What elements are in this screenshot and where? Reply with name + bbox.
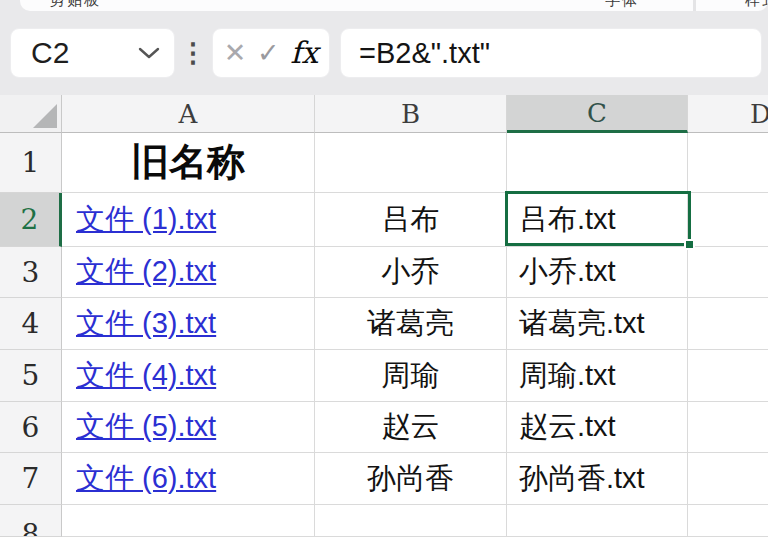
row-header-6[interactable]: 6 — [0, 402, 62, 453]
cell-a2-hyperlink[interactable]: 文件 (1).txt — [62, 193, 315, 247]
cell-c3[interactable]: 小乔.txt — [507, 247, 688, 298]
formula-bar[interactable]: =B2&".txt" — [340, 28, 762, 78]
select-all-corner[interactable] — [0, 95, 62, 133]
cell-b2[interactable]: 吕布 — [315, 193, 507, 247]
cell-a7-hyperlink[interactable]: 文件 (6).txt — [62, 453, 315, 505]
cell-d2[interactable] — [688, 193, 768, 247]
cell-b3[interactable]: 小乔 — [315, 247, 507, 298]
cell-a8[interactable] — [62, 505, 315, 537]
cell-a4-hyperlink[interactable]: 文件 (3).txt — [62, 298, 315, 350]
column-header-d[interactable]: D — [688, 95, 768, 133]
row-header-4[interactable]: 4 — [0, 298, 62, 350]
cell-c5[interactable]: 周瑜.txt — [507, 350, 688, 402]
cell-c1[interactable] — [507, 133, 688, 193]
cell-d7[interactable] — [688, 453, 768, 505]
ribbon-group-label-clipped: 字体 — [605, 0, 639, 10]
ribbon-group-label-clipped: 剪贴板 — [50, 0, 101, 10]
row-header-7[interactable]: 7 — [0, 453, 62, 505]
spreadsheet-app: 剪贴板 字体 样式 C2 ⋮ ✕ ✓ fx =B2&".txt" A B C D… — [0, 0, 768, 537]
row-header-8[interactable]: 8 — [0, 505, 62, 537]
cell-d3[interactable] — [688, 247, 768, 298]
name-box[interactable]: C2 — [10, 28, 175, 78]
insert-function-fx-icon[interactable]: fx — [290, 38, 318, 68]
cell-a5-hyperlink[interactable]: 文件 (4).txt — [62, 350, 315, 402]
cell-c7[interactable]: 孙尚香.txt — [507, 453, 688, 505]
cell-b4[interactable]: 诸葛亮 — [315, 298, 507, 350]
cell-d4[interactable] — [688, 298, 768, 350]
active-cell-selection-border — [505, 191, 691, 246]
cell-a6-hyperlink[interactable]: 文件 (5).txt — [62, 402, 315, 453]
cell-d8[interactable] — [688, 505, 768, 537]
cell-a1-title[interactable]: 旧名称 — [62, 133, 315, 193]
column-header-a[interactable]: A — [62, 95, 315, 133]
row-header-1[interactable]: 1 — [0, 133, 62, 193]
cell-c6[interactable]: 赵云.txt — [507, 402, 688, 453]
cell-b8[interactable] — [315, 505, 507, 537]
cell-a3-hyperlink[interactable]: 文件 (2).txt — [62, 247, 315, 298]
cancel-icon[interactable]: ✕ — [224, 40, 247, 67]
formula-buttons-group: ✕ ✓ fx — [212, 28, 330, 78]
ribbon-group-label-clipped: 样式 — [745, 0, 768, 10]
cell-b5[interactable]: 周瑜 — [315, 350, 507, 402]
chevron-down-icon[interactable] — [138, 46, 160, 60]
cell-reference-value: C2 — [11, 36, 138, 70]
column-header-c-selected[interactable]: C — [507, 95, 688, 133]
select-all-triangle-icon — [33, 104, 57, 128]
cell-c8[interactable] — [507, 505, 688, 537]
cell-d5[interactable] — [688, 350, 768, 402]
formula-text: =B2&".txt" — [341, 37, 490, 70]
cell-b6[interactable]: 赵云 — [315, 402, 507, 453]
cell-d6[interactable] — [688, 402, 768, 453]
fill-handle[interactable] — [684, 239, 695, 250]
ribbon-seam-divider — [693, 0, 696, 11]
row-header-2-selected[interactable]: 2 — [0, 193, 62, 247]
cell-b1[interactable] — [315, 133, 507, 193]
cell-b7[interactable]: 孙尚香 — [315, 453, 507, 505]
cell-d1[interactable] — [688, 133, 768, 193]
ribbon-strip: 剪贴板 字体 样式 — [20, 0, 768, 11]
formula-toolbar: C2 ⋮ ✕ ✓ fx =B2&".txt" — [0, 28, 768, 78]
enter-check-icon[interactable]: ✓ — [257, 40, 280, 67]
column-header-b[interactable]: B — [315, 95, 507, 133]
drag-handle-dots-icon[interactable]: ⋮ — [183, 28, 203, 78]
row-header-5[interactable]: 5 — [0, 350, 62, 402]
row-header-3[interactable]: 3 — [0, 247, 62, 298]
cell-c4[interactable]: 诸葛亮.txt — [507, 298, 688, 350]
worksheet-grid: A B C D 1 旧名称 2 文件 (1).txt 吕布 吕布.txt 3 文… — [0, 95, 768, 537]
